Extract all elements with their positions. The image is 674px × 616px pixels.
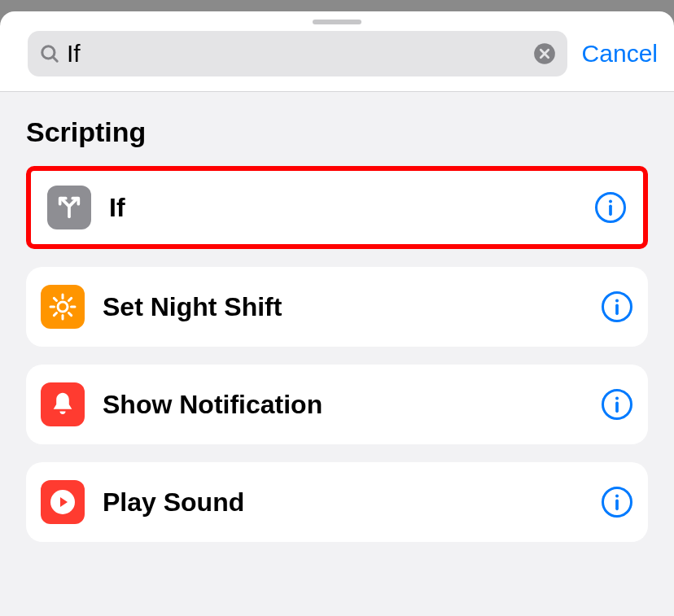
svg-line-12 [69, 313, 72, 316]
svg-point-16 [615, 299, 619, 303]
search-field[interactable] [28, 31, 567, 76]
clear-search-button[interactable] [533, 42, 556, 65]
svg-line-11 [54, 298, 56, 300]
svg-line-1 [53, 57, 57, 61]
action-item-play-sound[interactable]: Play Sound [26, 462, 648, 542]
svg-point-6 [58, 302, 68, 312]
branch-icon [47, 186, 91, 229]
section-title: Scripting [26, 116, 648, 148]
svg-point-23 [615, 495, 619, 498]
svg-point-19 [615, 397, 619, 400]
svg-line-14 [69, 298, 72, 300]
info-button[interactable] [601, 486, 633, 518]
action-label: Show Notification [103, 390, 601, 420]
svg-point-4 [609, 200, 612, 203]
svg-line-13 [54, 313, 56, 316]
action-label: If [109, 193, 594, 223]
info-button[interactable] [601, 388, 633, 421]
info-button[interactable] [594, 191, 627, 224]
cancel-button[interactable]: Cancel [582, 40, 658, 68]
action-item-if[interactable]: If [26, 166, 648, 249]
action-item-show-notification[interactable]: Show Notification [26, 365, 648, 444]
search-icon [39, 43, 60, 64]
action-label: Set Night Shift [103, 292, 601, 322]
action-label: Play Sound [103, 487, 601, 518]
sheet-grabber[interactable] [313, 20, 361, 24]
search-input[interactable] [67, 40, 533, 68]
search-bar: Cancel [0, 31, 674, 91]
action-item-set-night-shift[interactable]: Set Night Shift [26, 267, 648, 347]
action-search-sheet: Cancel Scripting If [0, 11, 674, 616]
play-icon [41, 480, 85, 524]
results-section: Scripting If [0, 92, 674, 616]
sun-icon [41, 285, 85, 329]
info-button[interactable] [601, 291, 633, 323]
bell-icon [41, 382, 85, 426]
